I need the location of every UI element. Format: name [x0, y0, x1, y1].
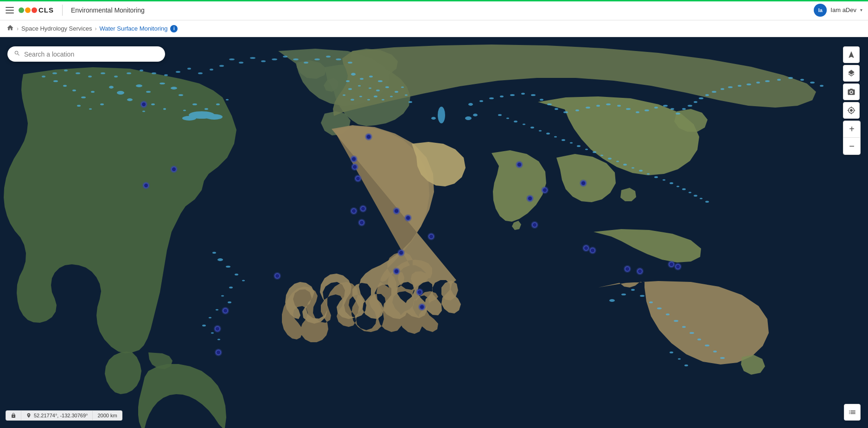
breadcrumb-space-hydrology[interactable]: Space Hydrology Services	[21, 25, 92, 32]
svg-point-157	[283, 56, 287, 57]
svg-point-138	[640, 295, 645, 297]
svg-point-166	[198, 72, 203, 74]
header-left: CLS Environmental Monitoring	[6, 5, 145, 16]
lock-status[interactable]	[6, 410, 21, 421]
svg-point-164	[219, 65, 224, 67]
svg-point-158	[293, 58, 299, 60]
svg-point-77	[575, 109, 579, 111]
app-title: Environmental Monitoring	[71, 6, 145, 14]
zoom-in-btn[interactable]: +	[843, 121, 860, 138]
list-btn[interactable]	[844, 404, 861, 421]
svg-point-115	[570, 142, 573, 144]
svg-point-154	[250, 57, 255, 59]
svg-point-48	[369, 88, 371, 89]
svg-point-122	[623, 164, 627, 166]
header-bar: CLS Environmental Monitoring Ia Iam aDev…	[0, 0, 868, 20]
svg-point-94	[712, 91, 716, 93]
svg-point-16	[91, 91, 95, 93]
svg-point-90	[688, 105, 692, 107]
hamburger-menu[interactable]	[6, 7, 14, 13]
logo-circles	[19, 7, 37, 13]
svg-point-34	[221, 295, 224, 297]
svg-point-57	[390, 96, 393, 97]
svg-point-175	[88, 76, 92, 77]
svg-point-24	[226, 99, 229, 101]
svg-point-42	[360, 78, 364, 80]
svg-point-22	[183, 110, 186, 111]
svg-point-165	[210, 69, 213, 70]
svg-point-92	[699, 97, 703, 99]
svg-point-70	[510, 94, 515, 96]
svg-point-147	[713, 351, 717, 352]
user-avatar: Ia	[814, 4, 827, 17]
svg-point-47	[376, 89, 380, 91]
svg-point-38	[202, 325, 206, 326]
svg-point-140	[657, 307, 662, 309]
svg-point-68	[489, 97, 494, 99]
svg-point-167	[187, 68, 191, 70]
svg-point-83	[636, 111, 639, 113]
svg-point-113	[554, 136, 557, 138]
svg-point-84	[645, 109, 649, 111]
svg-point-28	[217, 258, 223, 261]
svg-point-6	[109, 86, 114, 89]
svg-point-173	[114, 76, 118, 77]
world-map-svg	[0, 37, 868, 428]
svg-point-126	[654, 176, 658, 178]
target-btn[interactable]	[843, 102, 860, 119]
svg-point-104	[810, 82, 815, 83]
logo-circle-orange	[25, 7, 31, 13]
breadcrumb-sep-1: ›	[17, 26, 19, 32]
svg-point-155	[261, 60, 266, 62]
svg-point-110	[530, 127, 534, 128]
svg-point-118	[593, 151, 596, 153]
svg-point-25	[100, 103, 104, 105]
cls-text: CLS	[38, 6, 54, 14]
chevron-down-icon[interactable]: ▾	[860, 7, 862, 13]
svg-point-127	[663, 179, 665, 181]
svg-point-86	[663, 105, 668, 107]
svg-point-144	[689, 332, 694, 334]
svg-point-120	[608, 158, 612, 160]
svg-point-176	[76, 72, 80, 74]
layers-btn[interactable]	[843, 65, 860, 82]
screenshot-btn[interactable]	[843, 83, 860, 100]
navigation-btn[interactable]	[843, 46, 860, 63]
logo-circle-green	[19, 7, 24, 13]
search-icon	[14, 50, 20, 58]
cls-logo: CLS	[19, 6, 54, 14]
svg-point-136	[621, 294, 626, 295]
home-icon[interactable]	[6, 24, 14, 33]
map-container[interactable]: + − 52.21774°, -132.30769° 2000 km	[0, 37, 868, 428]
search-input-wrapper[interactable]	[7, 46, 165, 62]
svg-point-160	[314, 58, 320, 60]
svg-point-129	[677, 186, 679, 187]
svg-point-135	[609, 299, 615, 302]
svg-point-146	[705, 345, 709, 346]
svg-point-51	[343, 95, 345, 96]
svg-point-105	[820, 85, 823, 87]
svg-point-5	[127, 98, 133, 101]
svg-point-73	[540, 99, 543, 101]
svg-point-96	[728, 86, 733, 88]
info-icon[interactable]: i	[170, 25, 178, 32]
search-box	[7, 46, 165, 62]
svg-point-21	[204, 108, 208, 110]
svg-point-20	[192, 103, 197, 105]
breadcrumb-water-surface[interactable]: Water Surface Monitoring	[99, 25, 167, 32]
svg-point-132	[694, 195, 697, 197]
svg-point-103	[800, 79, 804, 81]
search-input[interactable]	[24, 51, 159, 58]
svg-point-95	[721, 88, 724, 90]
scale-text: 2000 km	[97, 413, 117, 418]
svg-point-141	[666, 313, 670, 315]
svg-point-79	[596, 105, 600, 107]
svg-point-111	[539, 130, 542, 132]
svg-point-4	[117, 91, 124, 95]
svg-point-108	[514, 121, 517, 122]
svg-point-152	[229, 58, 235, 60]
user-name: Iam aDev	[830, 6, 856, 13]
svg-point-39	[211, 332, 214, 334]
svg-point-13	[72, 89, 76, 91]
zoom-out-btn[interactable]: −	[843, 138, 860, 154]
